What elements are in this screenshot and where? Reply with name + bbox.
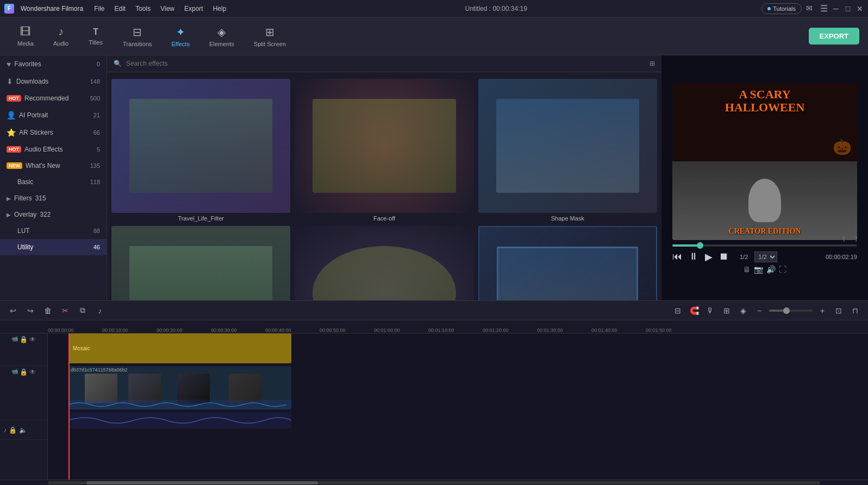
timeline-toolbar-right: ⊟ 🧲 🎙 ⊞ ◈ − + ⊡ ⊓ [671, 304, 861, 317]
magnetic-button[interactable]: 🧲 [688, 304, 701, 317]
track-visibility-icon[interactable]: 👁 [29, 336, 36, 343]
menu-file[interactable]: File [90, 3, 109, 15]
thumb-3 [177, 374, 210, 404]
basic-count: 118 [90, 179, 100, 185]
scrollbar-thumb[interactable] [86, 481, 318, 484]
notification-icon[interactable]: ✉ [806, 4, 816, 14]
downloads-count: 148 [90, 78, 100, 85]
zoom-handle[interactable] [783, 307, 790, 314]
sidebar-item-recommended[interactable]: HOT Recommended 500 [0, 90, 107, 106]
media-label: Media [17, 40, 34, 47]
sidebar-item-overlay[interactable]: ▶ Overlay 322 [0, 206, 107, 223]
delete-button[interactable]: 🗑 [41, 304, 54, 317]
record-button[interactable]: 🎙 [704, 304, 717, 317]
play-button[interactable]: ▶ [705, 251, 713, 263]
menu-view[interactable]: View [156, 3, 179, 15]
maximize-button[interactable]: □ [844, 5, 852, 12]
hamburger-icon[interactable]: ☰ [820, 3, 828, 14]
effect-tilt-shift-circle[interactable]: Tilt-shift Circle [111, 226, 290, 300]
audio-clip-button[interactable]: ♪ [93, 304, 107, 317]
track-height-button[interactable]: ⊟ [671, 304, 684, 317]
sidebar-item-ai-portrait[interactable]: 👤 AI Portrait 21 [0, 106, 107, 124]
undo-button[interactable]: ↩ [7, 304, 20, 317]
main-video-clip[interactable]: db37d1c574115768a06b2 [68, 366, 291, 410]
effect-border[interactable]: Border [478, 226, 657, 300]
sidebar-item-favorites[interactable]: ♥ Favorites 0 [0, 55, 107, 73]
cut-button[interactable]: ✂ [59, 304, 72, 317]
toolbar-media[interactable]: 🎞 Media [9, 22, 42, 50]
ruler-tick-3: 00:00:30:00 [211, 327, 237, 333]
effect-image-mask[interactable]: Image Mask [295, 226, 473, 300]
face-off-thumb [295, 79, 473, 213]
timeline-ruler: 00:00:00:00 00:00:10:00 00:00:20:00 00:0… [0, 320, 868, 333]
toolbar-effects[interactable]: ✦ Effects [163, 22, 198, 51]
toolbar-elements[interactable]: ◈ Elements [201, 22, 243, 51]
sidebar-item-whats-new[interactable]: NEW What's New 135 [0, 158, 107, 174]
sidebar-item-lut[interactable]: LUT 88 [0, 223, 107, 239]
zoom-out-button[interactable]: − [753, 304, 766, 317]
fullscreen-icon[interactable]: ⛶ [779, 265, 786, 274]
motion-button[interactable]: ◈ [736, 304, 750, 317]
effect-face-off[interactable]: Face-off [295, 79, 473, 222]
audio-adjust-button[interactable]: ⊞ [720, 304, 733, 317]
snapshot-icon[interactable]: 📷 [754, 265, 763, 274]
expand-button[interactable]: ⊓ [848, 304, 861, 317]
filters-arrow: ▶ [7, 196, 11, 201]
favorites-count: 0 [97, 61, 100, 67]
effect-travel-life-filter[interactable]: Travel_Life_Filter [111, 79, 290, 222]
track-lock-icon[interactable]: 🔒 [20, 336, 28, 343]
sidebar-item-audio-effects[interactable]: HOT Audio Effects 5 [0, 141, 107, 158]
play-pause-button[interactable]: ⏸ [689, 251, 698, 262]
menu-edit[interactable]: Edit [110, 3, 130, 15]
tutorials-button[interactable]: Tutorials [761, 3, 802, 14]
mosaic-clip[interactable]: Mosaic [68, 333, 291, 363]
ruler-tick-11: 00:01:50:00 [646, 327, 672, 333]
sidebar-item-filters[interactable]: ▶ Filters 315 [0, 190, 107, 206]
shape-mask-thumb [478, 79, 657, 213]
ruler-tick-10: 00:01:40:00 [591, 327, 617, 333]
screen-icon[interactable]: 🖥 [743, 265, 751, 274]
stop-button[interactable]: ⏹ [719, 251, 729, 262]
sidebar-item-downloads[interactable]: ⬇ Downloads 148 [0, 73, 107, 90]
sidebar-item-basic[interactable]: Basic 118 [0, 174, 107, 190]
music-waveform-svg [68, 412, 291, 429]
music-track-clip[interactable] [68, 412, 291, 429]
downloads-icon: ⬇ [7, 77, 13, 86]
track-type-icon: 📹 [11, 336, 18, 343]
fit-button[interactable]: ⊡ [832, 304, 845, 317]
preview-playhead[interactable] [697, 242, 703, 249]
music-lock-icon[interactable]: 🔒 [9, 426, 17, 434]
toolbar-audio[interactable]: ♪ Audio [45, 22, 77, 50]
effect-shape-mask[interactable]: Shape Mask [478, 79, 657, 222]
rewind-button[interactable]: ⏮ [672, 251, 682, 262]
redo-button[interactable]: ↪ [24, 304, 37, 317]
preview-top: A SCARY HALLOWEEN 🎃 [672, 83, 857, 161]
menu-export[interactable]: Export [180, 3, 208, 15]
video-track-visibility-icon[interactable]: 👁 [29, 368, 36, 376]
menu-tools[interactable]: Tools [131, 3, 155, 15]
sidebar-item-ar-stickers[interactable]: ⭐ AR Stickers 66 [0, 124, 107, 141]
properties-button[interactable]: ⧉ [76, 304, 89, 317]
sidebar-item-utility[interactable]: Utility 46 [0, 239, 107, 255]
toolbar-split-screen[interactable]: ⊞ Split Screen [245, 22, 295, 51]
preview-timeline[interactable]: { } [672, 244, 857, 247]
ai-portrait-count: 21 [93, 112, 100, 118]
timeline-scrollbar[interactable] [0, 480, 868, 485]
toolbar-transitions[interactable]: ⊟ Transitions [114, 22, 160, 51]
zoom-in-button[interactable]: + [816, 304, 829, 317]
volume-icon[interactable]: 🔊 [766, 265, 776, 274]
video-track-lock-icon[interactable]: 🔒 [20, 368, 28, 376]
export-button[interactable]: EXPORT [809, 28, 859, 45]
toolbar-titles[interactable]: T Titles [79, 24, 112, 49]
menu-help[interactable]: Help [209, 3, 231, 15]
close-button[interactable]: ✕ [856, 5, 864, 12]
preview-time: 00:00:02:19 [826, 254, 857, 260]
search-input[interactable] [126, 60, 645, 67]
grid-layout-icon[interactable]: ⊞ [650, 60, 655, 67]
ratio-select[interactable]: 1/2 1/1 1/4 [754, 251, 777, 262]
playhead[interactable] [68, 333, 70, 480]
music-mute-icon[interactable]: 🔈 [19, 426, 27, 434]
video-track-type-icon: 📹 [11, 368, 18, 376]
minimize-button[interactable]: ─ [832, 5, 840, 12]
zoom-slider[interactable] [769, 310, 813, 312]
